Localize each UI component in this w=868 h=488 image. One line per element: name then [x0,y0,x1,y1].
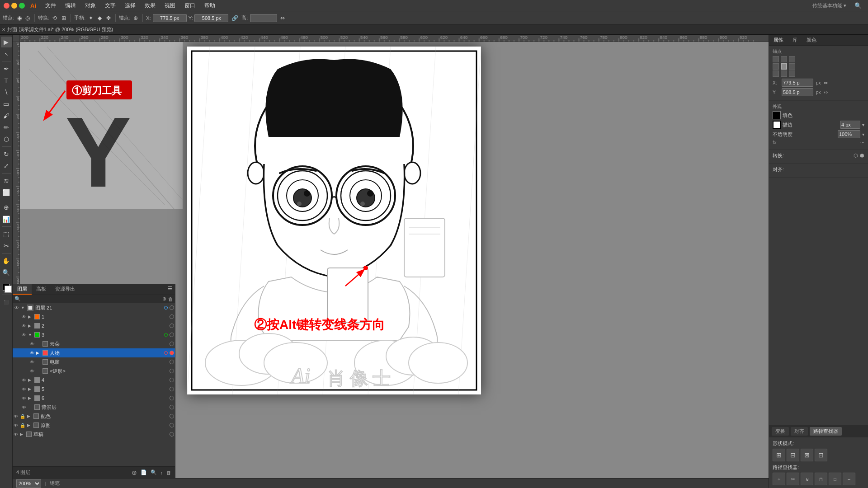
layer-tab-board[interactable]: 高板 [32,284,51,295]
anchor-tr[interactable] [789,56,795,62]
handle-icon-1[interactable]: ✦ [87,15,94,21]
expand-arrow-6[interactable]: ▶ [28,396,33,400]
rotate-btn[interactable]: ↻ [1,149,12,160]
transform-icon-1[interactable]: ⟲ [51,15,58,21]
layer-page-icon[interactable]: 📄 [141,469,147,475]
layer-delete-icon[interactable]: 🗑 [166,470,171,475]
artboard-btn[interactable]: ⬚ [1,229,12,239]
rp-transform-icon2[interactable]: ⬢ [860,153,864,159]
tab-close-btn[interactable]: ✕ [2,27,5,32]
anchor-ml[interactable] [773,63,779,70]
rp-y-expand-icon[interactable]: ⇔ [824,89,828,95]
lock-orig[interactable]: 🔒 [20,423,25,428]
layer-item-rect[interactable]: 👁 <矩形> [13,366,175,375]
vis-eye-4[interactable]: 👁 [22,378,26,383]
expand-arrow-3[interactable]: ▼ [28,333,33,337]
path-outline-btn[interactable]: □ [829,473,841,485]
vis-eye-1[interactable]: 👁 [22,314,26,319]
layer-target-5[interactable] [170,387,174,391]
stroke-options-icon[interactable]: ▾ [862,122,864,127]
vis-eye-3[interactable]: 👁 [22,333,26,338]
menu-object[interactable]: 对象 [81,2,99,9]
layer-item-color[interactable]: 👁 🔒 ▶ 配色 [13,412,175,421]
rp-transform-icon1[interactable]: ⬡ [854,153,858,159]
x-input[interactable] [153,14,187,22]
expand-arrow-2[interactable]: ▶ [28,324,33,328]
fill-color-swatch[interactable] [773,111,781,119]
menu-effect[interactable]: 效果 [141,2,159,9]
layer-move-up-icon[interactable]: ↑ [160,470,163,475]
layer-target-color[interactable] [170,414,174,418]
vis-eye-color[interactable]: 👁 [14,414,18,419]
vis-eye-bg[interactable]: 👁 [22,405,26,410]
pen-tool-btn[interactable]: ✒ [1,63,12,74]
paint-brush-btn[interactable]: 🖌 [1,110,12,121]
expand-arrow-person[interactable]: ▶ [36,351,41,355]
panel-menu-btn[interactable]: ☰ [165,284,175,295]
tab-title[interactable]: 封面-演示源文件1.ai* @ 200% (RGB/GPU 预览) [7,26,113,33]
pencil-btn[interactable]: ✏ [1,122,12,133]
slice-btn[interactable]: ✂ [1,240,12,251]
vis-eye-pc[interactable]: 👁 [30,360,34,365]
column-graph-btn[interactable]: 📊 [1,214,12,225]
layer-target-orig[interactable] [170,423,174,427]
expand-arrow-1[interactable]: ▶ [28,314,33,319]
scale-btn[interactable]: ⤢ [1,160,12,171]
expand-arrow-color[interactable]: ▶ [27,414,32,418]
free-transform-btn[interactable]: ⬜ [1,187,12,198]
handle-icon-3[interactable]: ✤ [105,15,112,21]
layer-item-4[interactable]: 👁 ▶ 4 [13,375,175,385]
layer-item-1[interactable]: 👁 ▶ 1 [13,312,175,321]
layer-item-pc[interactable]: 👁 电脑 [13,357,175,366]
eraser-btn[interactable]: ⬡ [1,134,12,145]
rp-x-input[interactable] [782,79,813,87]
lock-proportions-icon[interactable]: 🔗 [230,15,240,21]
menu-text[interactable]: 文字 [101,2,119,9]
rect-tool-btn[interactable]: ▭ [1,99,12,109]
mac-maximize-btn[interactable] [19,3,25,9]
menu-help[interactable]: 帮助 [201,2,219,9]
mac-close-btn[interactable] [4,3,9,9]
stroke-color-swatch[interactable] [773,121,781,129]
expand-arrow-draft[interactable]: ▶ [20,432,24,436]
transform-icon-2[interactable]: ⊞ [60,15,67,21]
mac-minimize-btn[interactable] [11,3,17,9]
rp-bottom-tab-transform[interactable]: 变换 [772,427,789,436]
vis-eye-draft[interactable]: 👁 [14,432,18,437]
layer-item-cloud[interactable]: 👁 云朵 [13,339,175,348]
menu-file[interactable]: 文件 [42,2,60,9]
path-minus-btn[interactable]: – [843,473,855,485]
layer-target-rect[interactable] [170,369,174,373]
expand-arrow-layer21[interactable]: ▼ [21,305,25,310]
layer-target-person[interactable] [170,351,174,355]
path-merge-btn[interactable]: ⊎ [801,473,813,485]
menu-select[interactable]: 选择 [121,2,139,9]
layer-search-icon[interactable]: 🔍 [151,469,157,475]
anchor-icon[interactable]: ⊕ [132,15,139,21]
anchor-br[interactable] [789,70,795,77]
rp-tab-properties[interactable]: 属性 [769,35,788,45]
menu-edit[interactable]: 编辑 [61,2,80,9]
expand-arrow-4[interactable]: ▶ [28,378,33,382]
layer-item-2[interactable]: 👁 ▶ 2 [13,321,175,330]
rp-bottom-tab-align[interactable]: 对齐 [791,427,808,436]
layer-new-btn[interactable]: ⊕ [162,296,166,302]
shape-unite-btn[interactable]: ⊞ [773,449,785,461]
layer-panel-search-icon[interactable]: 🔍 [14,296,21,302]
anchor-mc[interactable] [781,63,787,70]
anchor-bl[interactable] [773,70,779,77]
h-input[interactable] [250,14,277,22]
handle-icon-2[interactable]: ◆ [96,15,103,21]
layer-target-cloud[interactable] [170,342,174,346]
menu-view[interactable]: 视图 [161,2,179,9]
vis-eye-layer21[interactable]: 👁 [14,305,20,311]
layer-item-5[interactable]: 👁 ▶ 5 [13,385,175,394]
vis-eye-cloud[interactable]: 👁 [30,342,34,347]
search-icon[interactable]: 🔍 [854,2,862,9]
vis-eye-5[interactable]: 👁 [22,387,26,392]
rp-tab-library[interactable]: 库 [788,35,802,45]
hand-tool-btn[interactable]: ✋ [1,255,12,266]
screen-mode-btn[interactable]: ⬛ [1,297,12,308]
anchor-btn-2[interactable]: ◎ [24,15,31,21]
layer-item-3[interactable]: 👁 ▼ 3 [13,330,175,339]
